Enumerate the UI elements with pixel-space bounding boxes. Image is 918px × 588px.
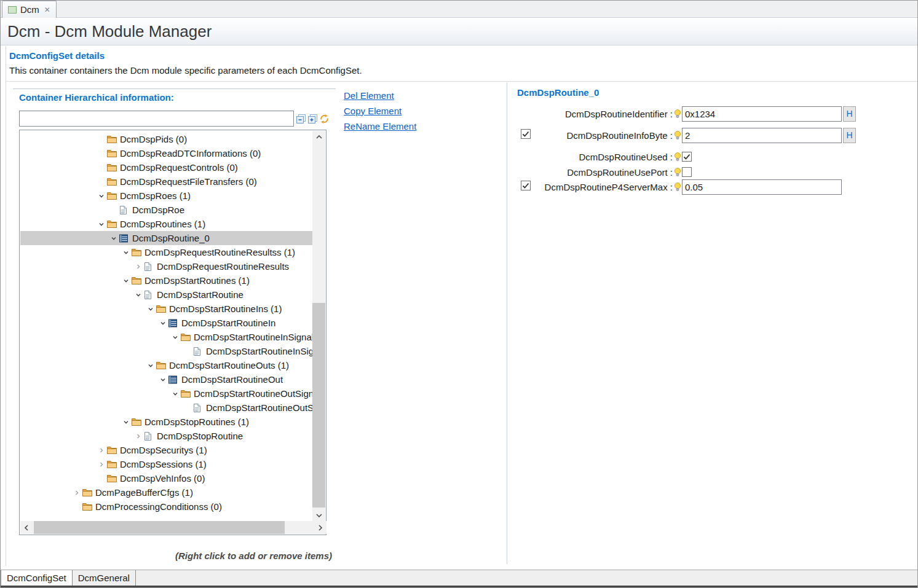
folder-icon: [181, 386, 193, 401]
dcm-dsp-routine-p4-server-max-input[interactable]: [682, 179, 842, 195]
horizontal-scroll-thumb[interactable]: [34, 521, 285, 534]
tree-item[interactable]: DcmDspStopRoutines (1): [20, 415, 313, 429]
tree-item[interactable]: DcmDspRequestControls (0): [20, 160, 313, 174]
tree-item[interactable]: DcmDspStartRoutines (1): [20, 273, 313, 288]
chevron-placeholder: [182, 344, 193, 358]
chevron-down-icon[interactable]: [157, 316, 168, 330]
vertical-scroll-thumb[interactable]: [312, 303, 325, 508]
tree-item[interactable]: DcmDspStopRoutine: [20, 429, 313, 443]
book-icon: [119, 231, 132, 245]
tree-item[interactable]: DcmDspRoutine_0: [20, 231, 313, 245]
tree-item[interactable]: DcmDspStartRoutineOutSignal: [20, 401, 313, 415]
chevron-right-icon[interactable]: [96, 457, 107, 471]
folder-icon: [107, 174, 119, 189]
tree-item[interactable]: DcmDspSessions (1): [20, 457, 313, 471]
folder-icon: [107, 471, 119, 485]
tree-item-label: DcmDspStartRoutines (1): [144, 273, 250, 288]
search-input[interactable]: [19, 111, 294, 127]
chevron-right-icon[interactable]: [71, 485, 82, 500]
rename-element-link[interactable]: ReName Element: [344, 121, 416, 131]
tree-item[interactable]: DcmPageBufferCfgs (1): [20, 485, 313, 500]
bottom-tab-dcmconfigset[interactable]: DcmConfigSet: [1, 570, 73, 586]
chevron-right-icon[interactable]: [133, 259, 144, 273]
close-icon[interactable]: ✕: [44, 6, 50, 14]
doc-icon: [144, 288, 156, 302]
dcm-dsp-routine-use-port-label: DcmDspRoutineUsePort :: [516, 167, 673, 178]
refresh-icon[interactable]: [319, 114, 330, 124]
folder-icon: [107, 189, 119, 203]
chevron-placeholder: [182, 401, 193, 415]
tree-item[interactable]: DcmDspStartRoutine: [20, 288, 313, 302]
tree-item[interactable]: DcmDspSecuritys (1): [20, 443, 313, 457]
tree-item-label: DcmDspStartRoutineIns (1): [168, 302, 282, 316]
tree-item[interactable]: DcmDspRequestRoutineResults: [20, 259, 313, 273]
dcm-dsp-routine-used-checkbox[interactable]: [682, 152, 692, 162]
tree-item-label: DcmDspPids (0): [119, 132, 187, 146]
editor-tab-dcm[interactable]: Dcm ✕: [2, 1, 57, 18]
tree-item-label: DcmDspVehInfos (0): [119, 471, 205, 485]
chevron-down-icon[interactable]: [108, 231, 119, 245]
bottom-edge-bar: [1, 586, 917, 588]
editor-tab-label: Dcm: [20, 4, 39, 15]
chevron-down-icon[interactable]: [133, 288, 144, 302]
bottom-tab-dcmgeneral[interactable]: DcmGeneral: [73, 570, 136, 586]
tree-item-label: DcmDspRequestControls (0): [119, 160, 238, 174]
chevron-down-icon[interactable]: [145, 358, 156, 372]
horizontal-scrollbar[interactable]: [20, 521, 326, 534]
chevron-down-icon[interactable]: [145, 302, 156, 316]
dcm-dsp-routine-use-port-checkbox[interactable]: [682, 167, 692, 177]
tree-item[interactable]: DcmDspVehInfos (0): [20, 471, 313, 485]
chevron-down-icon[interactable]: [121, 415, 132, 429]
tree-item[interactable]: DcmDspRequestRoutineResultss (1): [20, 245, 313, 259]
tree-item[interactable]: DcmDspReadDTCInformations (0): [20, 146, 313, 160]
book-icon: [168, 372, 181, 386]
del-element-link[interactable]: Del Element: [344, 90, 394, 101]
tree-item[interactable]: DcmDspStartRoutineIn: [20, 316, 313, 330]
tree-item[interactable]: DcmDspRoutines (1): [20, 217, 313, 231]
chevron-down-icon[interactable]: [170, 386, 181, 401]
chevron-right-icon[interactable]: [133, 429, 144, 443]
tree-item-label: DcmDspReadDTCInformations (0): [119, 146, 261, 160]
lightbulb-icon: [674, 131, 681, 140]
chevron-placeholder: [96, 174, 107, 189]
vertical-scrollbar[interactable]: [312, 131, 325, 522]
chevron-down-icon[interactable]: [96, 217, 107, 231]
title-bar: Dcm - Dcm Module Manager: [1, 18, 917, 45]
dcm-dsp-routine-identifier-hex-button[interactable]: H: [843, 106, 856, 122]
tree-item[interactable]: DcmDspStartRoutineOutSignals (1): [20, 386, 313, 401]
tree-item-label: DcmDspStartRoutine: [156, 288, 243, 302]
collapse-all-icon[interactable]: [296, 114, 306, 124]
app-window: Dcm ✕ Dcm - Dcm Module Manager DcmConfig…: [0, 0, 918, 588]
dcm-dsp-routine-identifier-input[interactable]: [682, 106, 842, 122]
copy-element-link[interactable]: Copy Element: [344, 106, 402, 116]
chevron-down-icon[interactable]: [170, 330, 181, 344]
chevron-down-icon[interactable]: [157, 372, 168, 386]
scroll-up-icon[interactable]: [312, 131, 325, 143]
tree-item[interactable]: DcmDspStartRoutineInSignals (1): [20, 330, 313, 344]
folder-icon: [181, 330, 193, 344]
dcm-dsp-routine-info-byte-input[interactable]: [682, 128, 842, 143]
chevron-placeholder: [71, 500, 82, 514]
chevron-right-icon[interactable]: [96, 443, 107, 457]
tree-item[interactable]: DcmDspStartRoutineIns (1): [20, 302, 313, 316]
tree-item-label: DcmDspStartRoutineInSignals (1): [193, 330, 313, 344]
tree-item[interactable]: DcmDspStartRoutineInSignal: [20, 344, 313, 358]
chevron-down-icon[interactable]: [121, 273, 132, 288]
scroll-right-icon[interactable]: [314, 521, 326, 534]
expand-all-icon[interactable]: [307, 114, 318, 124]
field-row: DcmDspRoutineInfoByte :H: [516, 127, 856, 143]
tree-item-label: DcmPageBufferCfgs (1): [95, 485, 193, 500]
tree-item[interactable]: DcmDspPids (0): [20, 132, 313, 146]
tree-item[interactable]: DcmDspStartRoutineOuts (1): [20, 358, 313, 372]
dcm-dsp-routine-info-byte-hex-button[interactable]: H: [843, 128, 856, 143]
tree-item[interactable]: DcmDspStartRoutineOut: [20, 372, 313, 386]
tree-item[interactable]: DcmProcessingConditionss (0): [20, 500, 313, 514]
tree-item[interactable]: DcmDspRoe: [20, 203, 313, 217]
chevron-down-icon[interactable]: [121, 245, 132, 259]
tree-item[interactable]: DcmDspRoes (1): [20, 189, 313, 203]
chevron-down-icon[interactable]: [96, 189, 107, 203]
folder-icon: [82, 500, 95, 514]
tree-item[interactable]: DcmDspRequestFileTransfers (0): [20, 174, 313, 189]
scroll-down-icon[interactable]: [312, 509, 325, 522]
scroll-left-icon[interactable]: [20, 521, 33, 534]
